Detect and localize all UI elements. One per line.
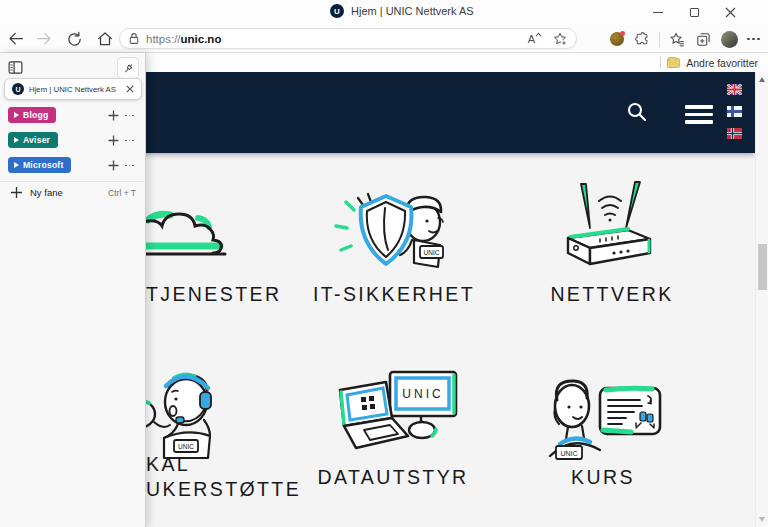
other-favorites-button[interactable]: Andre favoritter <box>686 57 758 69</box>
vertical-tabs-icon <box>7 59 24 76</box>
tab-close-icon[interactable] <box>126 85 134 93</box>
extensions-puzzle-icon[interactable] <box>633 31 650 48</box>
tile-label-datautstyr[interactable]: DATAUTSTYR <box>293 466 493 489</box>
extension-avatar-icon[interactable] <box>610 32 624 46</box>
tab-group-blogg-pill[interactable]: Blogg <box>8 107 56 123</box>
new-tab-shortcut: Ctrl + T <box>108 188 136 198</box>
add-tab-to-group-button[interactable] <box>107 159 120 172</box>
vertical-tabs-panel: U Hjem | UNIC Nettverk AS Blogg Aviser M… <box>0 53 146 527</box>
address-bar[interactable]: https://unic.no A <box>119 28 577 49</box>
refresh-icon <box>66 31 83 48</box>
read-aloud-caret-icon <box>535 32 542 38</box>
add-favorite-button[interactable] <box>552 31 568 47</box>
close-icon <box>725 7 736 18</box>
url-text[interactable]: https://unic.no <box>146 33 528 45</box>
pin-icon <box>122 62 135 75</box>
window-title-text: Hjem | UNIC Nettverk AS <box>351 5 474 17</box>
tab-group-blogg: Blogg <box>0 107 146 125</box>
folder-icon <box>667 58 680 68</box>
plus-icon <box>10 186 23 199</box>
refresh-button[interactable] <box>63 28 85 50</box>
favorites-bar-separator <box>660 57 661 69</box>
tab-group-microsoft-pill[interactable]: Microsoft <box>8 157 71 173</box>
site-search-button[interactable] <box>625 100 651 126</box>
url-scheme: https:// <box>146 33 181 45</box>
tab-group-label: Aviser <box>23 135 50 145</box>
group-more-button[interactable] <box>123 134 136 147</box>
new-tab-button[interactable]: Ny fane Ctrl + T <box>0 184 146 202</box>
chevron-right-icon <box>14 112 19 118</box>
new-tab-label: Ny fane <box>30 187 63 198</box>
uk-flag-icon[interactable] <box>727 84 742 95</box>
tab-group-label: Blogg <box>23 110 48 120</box>
chevron-right-icon <box>14 162 19 168</box>
maximize-icon <box>690 8 699 17</box>
site-favicon: U <box>330 4 344 18</box>
window-controls <box>640 0 748 25</box>
norway-flag-icon[interactable] <box>727 128 742 139</box>
page-scrollbar[interactable] <box>755 72 768 527</box>
minimize-icon <box>653 12 663 13</box>
scrollbar-thumb[interactable] <box>758 244 767 290</box>
add-tab-to-group-button[interactable] <box>107 109 120 122</box>
window-tab-title: U Hjem | UNIC Nettverk AS <box>330 4 474 18</box>
minimize-button[interactable] <box>640 0 676 25</box>
tab-group-aviser-pill[interactable]: Aviser <box>8 132 58 148</box>
tab-favicon: U <box>12 83 24 95</box>
tile-label-brukerstotte[interactable]: KALUKERSTØTTE <box>146 452 301 502</box>
svg-text:UNIC: UNIC <box>178 443 194 450</box>
tab-title: Hjem | UNIC Nettverk AS <box>29 85 121 94</box>
svg-text:UNIC: UNIC <box>402 387 443 401</box>
tile-label-kurs[interactable]: KURS <box>503 466 703 489</box>
favorites-menu-button[interactable] <box>669 31 686 48</box>
svg-text:UNIC: UNIC <box>424 249 440 256</box>
maximize-button[interactable] <box>676 0 712 25</box>
group-more-button[interactable] <box>123 159 136 172</box>
read-aloud-icon: A <box>528 33 535 45</box>
site-menu-button[interactable] <box>685 105 713 124</box>
computer-equipment-icon[interactable]: UNIC <box>328 368 462 454</box>
back-icon <box>7 30 25 48</box>
pin-panel-button[interactable] <box>117 57 139 79</box>
lock-icon <box>128 32 140 45</box>
toolbar-right-icons <box>610 28 760 50</box>
tile-label-it-sikkerhet[interactable]: IT-SIKKERHET <box>294 283 494 306</box>
back-button[interactable] <box>5 28 27 50</box>
tab-group-label: Microsoft <box>23 160 63 170</box>
forward-button[interactable] <box>33 28 55 50</box>
scrollbar-up-arrow[interactable] <box>759 77 765 82</box>
profile-avatar[interactable] <box>721 31 738 48</box>
security-shield-icon[interactable]: UNIC <box>328 188 460 276</box>
url-host: unic.no <box>181 33 222 45</box>
toolbar-separator <box>659 32 660 47</box>
browser-toolbar: https://unic.no A <box>0 25 768 53</box>
settings-menu-button[interactable] <box>747 38 760 41</box>
svg-text:UNIC: UNIC <box>560 450 577 457</box>
vertical-tabs-toggle-button[interactable] <box>7 59 24 76</box>
tab-group-microsoft: Microsoft <box>0 157 146 175</box>
forward-icon <box>35 30 53 48</box>
close-button[interactable] <box>712 0 748 25</box>
course-presentation-icon[interactable]: UNIC <box>542 374 668 464</box>
finland-flag-icon[interactable] <box>727 106 742 117</box>
language-flags <box>727 84 742 139</box>
chevron-right-icon <box>14 137 19 143</box>
home-button[interactable] <box>94 28 116 50</box>
add-tab-to-group-button[interactable] <box>107 134 120 147</box>
search-icon <box>625 100 649 124</box>
collections-button[interactable] <box>695 31 712 48</box>
read-aloud-button[interactable]: A <box>528 33 542 45</box>
window-titlebar: U Hjem | UNIC Nettverk AS <box>0 0 768 25</box>
scrollbar-down-arrow[interactable] <box>759 517 765 522</box>
tile-label-tjenester[interactable]: TJENESTER <box>146 283 281 306</box>
tile-label-nettverk[interactable]: NETTVERK <box>512 283 712 306</box>
active-tab[interactable]: U Hjem | UNIC Nettverk AS <box>4 78 142 100</box>
tab-group-aviser: Aviser <box>0 132 146 150</box>
home-icon <box>96 30 114 48</box>
panel-divider <box>0 181 146 182</box>
group-more-button[interactable] <box>123 109 136 122</box>
wifi-router-icon[interactable] <box>552 176 667 276</box>
